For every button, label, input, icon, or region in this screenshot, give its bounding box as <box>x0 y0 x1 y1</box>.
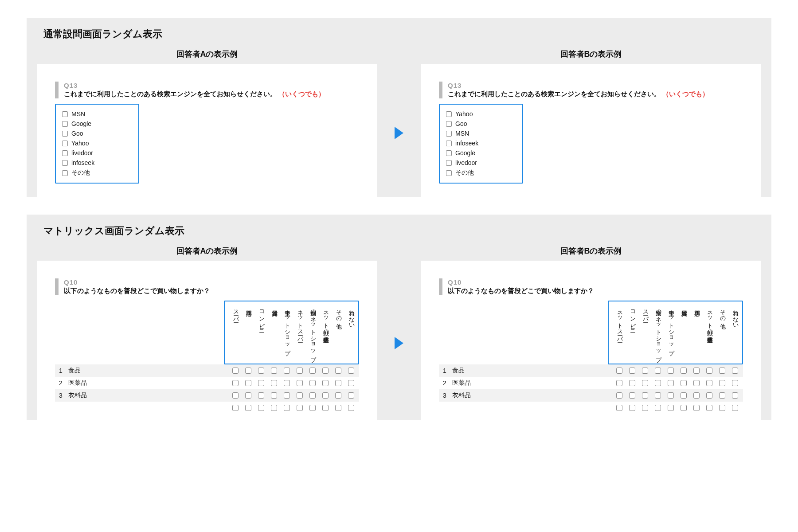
matrix-cell[interactable] <box>627 380 638 386</box>
checkbox-icon[interactable] <box>271 368 277 374</box>
checkbox-icon[interactable] <box>232 392 239 399</box>
checkbox-icon[interactable] <box>446 111 452 117</box>
checkbox-icon[interactable] <box>245 368 251 374</box>
matrix-cell[interactable] <box>294 392 305 399</box>
checkbox-icon[interactable] <box>668 368 674 374</box>
checkbox-icon[interactable] <box>693 405 700 411</box>
checkbox-icon[interactable] <box>271 380 277 386</box>
matrix-cell[interactable] <box>730 368 740 374</box>
matrix-cell[interactable] <box>282 380 292 386</box>
matrix-cell[interactable] <box>282 392 292 399</box>
matrix-cell[interactable] <box>665 392 676 399</box>
checkbox-icon[interactable] <box>706 405 712 411</box>
checkbox-icon[interactable] <box>62 121 68 127</box>
checkbox-icon[interactable] <box>348 392 354 399</box>
matrix-cell[interactable] <box>307 392 318 399</box>
matrix-cell[interactable] <box>256 380 266 386</box>
checkbox-icon[interactable] <box>693 392 700 399</box>
checkbox-icon[interactable] <box>629 392 635 399</box>
matrix-cell[interactable] <box>282 368 292 374</box>
checkbox-icon[interactable] <box>297 405 303 411</box>
checkbox-icon[interactable] <box>629 405 635 411</box>
checkbox-icon[interactable] <box>642 405 648 411</box>
checkbox-icon[interactable] <box>681 380 687 386</box>
checkbox-icon[interactable] <box>706 368 712 374</box>
matrix-cell[interactable] <box>704 380 715 386</box>
matrix-cell[interactable] <box>333 368 344 374</box>
checkbox-icon[interactable] <box>629 380 635 386</box>
checkbox-icon[interactable] <box>446 170 452 176</box>
checkbox-icon[interactable] <box>655 392 661 399</box>
checkbox-icon[interactable] <box>706 380 712 386</box>
checkbox-icon[interactable] <box>322 368 329 374</box>
checkbox-icon[interactable] <box>348 380 354 386</box>
choice-option[interactable]: Yahoo <box>446 109 516 119</box>
choice-option[interactable]: livedoor <box>446 158 516 168</box>
matrix-cell[interactable] <box>691 380 702 386</box>
matrix-cell[interactable] <box>307 368 318 374</box>
matrix-cell[interactable] <box>243 368 254 374</box>
checkbox-icon[interactable] <box>284 368 290 374</box>
matrix-cell[interactable] <box>230 392 241 399</box>
choice-option[interactable]: その他 <box>446 168 516 178</box>
checkbox-icon[interactable] <box>271 392 277 399</box>
checkbox-icon[interactable] <box>232 368 239 374</box>
checkbox-icon[interactable] <box>655 380 661 386</box>
matrix-cell[interactable] <box>691 392 702 399</box>
matrix-cell[interactable] <box>294 368 305 374</box>
choice-option[interactable]: livedoor <box>62 148 132 158</box>
checkbox-icon[interactable] <box>245 405 251 411</box>
matrix-cell[interactable] <box>653 368 663 374</box>
matrix-cell[interactable] <box>704 392 715 399</box>
checkbox-icon[interactable] <box>297 392 303 399</box>
checkbox-icon[interactable] <box>62 160 68 166</box>
matrix-cell[interactable] <box>678 368 689 374</box>
matrix-cell[interactable] <box>614 380 625 386</box>
checkbox-icon[interactable] <box>62 131 68 137</box>
checkbox-icon[interactable] <box>719 380 725 386</box>
choice-option[interactable]: その他 <box>62 168 132 178</box>
matrix-cell[interactable] <box>717 368 728 374</box>
matrix-cell[interactable] <box>307 380 318 386</box>
checkbox-icon[interactable] <box>681 368 687 374</box>
checkbox-icon[interactable] <box>446 121 452 127</box>
checkbox-icon[interactable] <box>322 392 329 399</box>
checkbox-icon[interactable] <box>348 405 354 411</box>
checkbox-icon[interactable] <box>232 405 239 411</box>
checkbox-icon[interactable] <box>271 405 277 411</box>
matrix-cell[interactable] <box>294 380 305 386</box>
checkbox-icon[interactable] <box>335 405 341 411</box>
checkbox-icon[interactable] <box>732 368 738 374</box>
checkbox-icon[interactable] <box>732 392 738 399</box>
checkbox-icon[interactable] <box>642 392 648 399</box>
checkbox-icon[interactable] <box>258 380 264 386</box>
checkbox-icon[interactable] <box>348 368 354 374</box>
matrix-cell[interactable] <box>717 392 728 399</box>
checkbox-icon[interactable] <box>668 380 674 386</box>
checkbox-icon[interactable] <box>335 368 341 374</box>
checkbox-icon[interactable] <box>62 141 68 146</box>
matrix-cell[interactable] <box>230 380 241 386</box>
checkbox-icon[interactable] <box>616 368 622 374</box>
checkbox-icon[interactable] <box>719 392 725 399</box>
choice-option[interactable]: Google <box>446 148 516 158</box>
matrix-cell[interactable] <box>320 380 331 386</box>
checkbox-icon[interactable] <box>62 150 68 156</box>
choice-option[interactable]: Yahoo <box>62 138 132 148</box>
matrix-cell[interactable] <box>614 392 625 399</box>
checkbox-icon[interactable] <box>732 380 738 386</box>
matrix-cell[interactable] <box>333 380 344 386</box>
matrix-cell[interactable] <box>320 392 331 399</box>
checkbox-icon[interactable] <box>681 405 687 411</box>
checkbox-icon[interactable] <box>284 392 290 399</box>
checkbox-icon[interactable] <box>297 368 303 374</box>
choice-option[interactable]: infoseek <box>446 138 516 148</box>
matrix-cell[interactable] <box>269 392 279 399</box>
matrix-cell[interactable] <box>678 380 689 386</box>
matrix-cell[interactable] <box>614 368 625 374</box>
matrix-cell[interactable] <box>704 368 715 374</box>
checkbox-icon[interactable] <box>284 380 290 386</box>
checkbox-icon[interactable] <box>719 368 725 374</box>
matrix-cell[interactable] <box>269 368 279 374</box>
matrix-cell[interactable] <box>640 368 650 374</box>
